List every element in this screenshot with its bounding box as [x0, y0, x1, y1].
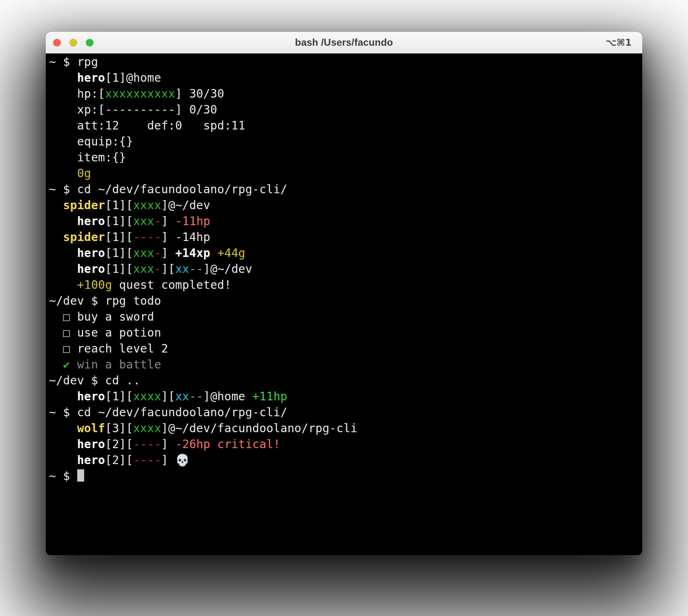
- terminal-text-segment: hero: [77, 71, 105, 85]
- terminal-text-segment: xx: [175, 262, 189, 276]
- terminal-text-segment: [1][: [105, 262, 133, 276]
- terminal-text-segment: hero: [77, 262, 105, 276]
- terminal-text-segment: [49, 437, 77, 451]
- terminal-text-segment: [49, 358, 63, 371]
- traffic-lights: [53, 32, 94, 53]
- terminal-text-segment: use a potion: [70, 326, 161, 339]
- terminal-text-segment: 💀: [175, 453, 190, 467]
- terminal-text-segment: hero: [77, 390, 105, 403]
- terminal-line: hero[1][xxx-] -11hp: [49, 213, 641, 229]
- terminal-text-segment: 0g: [77, 167, 91, 180]
- screenshot-stage: bash /Users/facundo ⌥⌘1 ~ $ rpg hero[1]@…: [0, 0, 688, 616]
- terminal-text-segment: +44g: [217, 246, 246, 260]
- terminal-text-segment: ][: [161, 390, 175, 403]
- terminal-text-segment: quest completed!: [112, 278, 231, 292]
- terminal-line: hero[1][xxx-] +14xp +44g: [49, 245, 641, 261]
- terminal-text-segment: □: [63, 310, 70, 324]
- terminal-text-segment: ----: [133, 453, 161, 467]
- terminal-content[interactable]: ~ $ rpg hero[1]@home hp:[xxxxxxxxxx] 30/…: [46, 54, 642, 555]
- terminal-text-segment: ----: [133, 437, 161, 451]
- terminal-text-segment: [49, 326, 63, 339]
- terminal-text-segment: ----: [133, 230, 161, 244]
- terminal-line: equip:{}: [49, 134, 641, 150]
- terminal-text-segment: hero: [77, 453, 105, 467]
- terminal-line: □ buy a sword: [49, 309, 641, 325]
- window-title: bash /Users/facundo: [295, 37, 393, 48]
- close-button[interactable]: [53, 39, 61, 47]
- terminal-text-segment: [49, 422, 77, 435]
- terminal-text-segment: [49, 453, 77, 467]
- terminal-text-segment: -: [154, 246, 161, 260]
- terminal-text-segment: hp:[: [49, 87, 105, 100]
- terminal-line: spider[1][xxxx]@~/dev: [49, 197, 641, 213]
- terminal-text-segment: [1][: [105, 230, 133, 244]
- terminal-text-segment: ~/dev $ cd ..: [49, 374, 140, 387]
- terminal-text-segment: [49, 246, 77, 260]
- terminal-text-segment: xxxx: [133, 422, 161, 435]
- terminal-text-segment: ~ $: [49, 469, 77, 483]
- terminal-text-segment: hero: [77, 437, 105, 451]
- terminal-window: bash /Users/facundo ⌥⌘1 ~ $ rpg hero[1]@…: [46, 32, 642, 555]
- terminal-text-segment: [49, 278, 77, 292]
- terminal-text-segment: ✔: [63, 358, 70, 371]
- terminal-text-segment: [1][: [105, 199, 133, 212]
- terminal-text-segment: ] -14hp: [161, 230, 210, 244]
- terminal-text-segment: win a battle: [77, 358, 161, 371]
- terminal-text-segment: xx: [175, 390, 189, 403]
- terminal-line: spider[1][----] -14hp: [49, 229, 641, 245]
- terminal-text-segment: hero: [77, 214, 105, 228]
- terminal-text-segment: ]@home: [203, 390, 252, 403]
- terminal-text-segment: [1][: [105, 246, 133, 260]
- terminal-text-segment: ]@~/dev: [161, 199, 210, 212]
- terminal-text-segment: [49, 167, 77, 180]
- terminal-text-segment: buy a sword: [70, 310, 154, 324]
- terminal-line: ~ $ cd ~/dev/facundoolano/rpg-cli/: [49, 181, 641, 197]
- terminal-text-segment: ]: [161, 437, 175, 451]
- terminal-line: ~/dev $ rpg todo: [49, 293, 641, 309]
- terminal-text-segment: spider: [63, 230, 105, 244]
- zoom-button[interactable]: [86, 39, 94, 47]
- terminal-text-segment: --: [189, 390, 203, 403]
- terminal-text-segment: spider: [63, 199, 105, 212]
- terminal-text-segment: xxxx: [133, 390, 161, 403]
- terminal-text-segment: -: [154, 214, 161, 228]
- terminal-line: hero[2][----] 💀: [49, 452, 641, 468]
- terminal-line: hp:[xxxxxxxxxx] 30/30: [49, 86, 641, 102]
- terminal-text-segment: -26hp critical!: [175, 437, 280, 451]
- terminal-line: ~ $ cd ~/dev/facundoolano/rpg-cli/: [49, 404, 641, 420]
- terminal-text-segment: att:12 def:0 spd:11: [49, 119, 245, 132]
- terminal-line: hero[2][----] -26hp critical!: [49, 436, 641, 452]
- title-bar[interactable]: bash /Users/facundo ⌥⌘1: [46, 32, 642, 54]
- terminal-text-segment: [2][: [105, 453, 133, 467]
- terminal-text-segment: ~ $ rpg: [49, 55, 98, 69]
- terminal-text-segment: [49, 310, 63, 324]
- terminal-text-segment: [49, 262, 77, 276]
- terminal-text-segment: item:{}: [49, 151, 126, 164]
- terminal-text-segment: [49, 390, 77, 403]
- terminal-line: hero[1][xxxx][xx--]@home +11hp: [49, 388, 641, 404]
- terminal-text-segment: □: [63, 342, 70, 355]
- terminal-text-segment: xxx: [133, 246, 154, 260]
- minimize-button[interactable]: [69, 39, 77, 47]
- terminal-text-segment: -: [154, 262, 161, 276]
- terminal-text-segment: ~ $ cd ~/dev/facundoolano/rpg-cli/: [49, 183, 287, 196]
- terminal-text-segment: xxx: [133, 214, 154, 228]
- terminal-text-segment: +100g: [77, 278, 112, 292]
- terminal-line: att:12 def:0 spd:11: [49, 118, 641, 134]
- terminal-text-segment: ]: [161, 246, 175, 260]
- terminal-line: xp:[----------] 0/30: [49, 102, 641, 118]
- terminal-text-segment: ]: [161, 453, 175, 467]
- terminal-text-segment: ][: [161, 262, 175, 276]
- terminal-text-segment: ~/dev $ rpg todo: [49, 294, 161, 308]
- terminal-text-segment: equip:{}: [49, 135, 133, 148]
- terminal-text-segment: ]@~/dev/facundoolano/rpg-cli: [161, 422, 357, 435]
- terminal-line: +100g quest completed!: [49, 277, 641, 293]
- terminal-text-segment: ]@~/dev: [203, 262, 252, 276]
- terminal-text-segment: --: [189, 262, 203, 276]
- terminal-text-segment: xxxxxxxxxx: [105, 87, 175, 100]
- terminal-text-segment: xp:[----------] 0/30: [49, 103, 217, 116]
- terminal-text-segment: xxx: [133, 262, 154, 276]
- terminal-line: wolf[3][xxxx]@~/dev/facundoolano/rpg-cli: [49, 420, 641, 436]
- terminal-text-segment: ] 30/30: [175, 87, 224, 100]
- terminal-line: item:{}: [49, 150, 641, 165]
